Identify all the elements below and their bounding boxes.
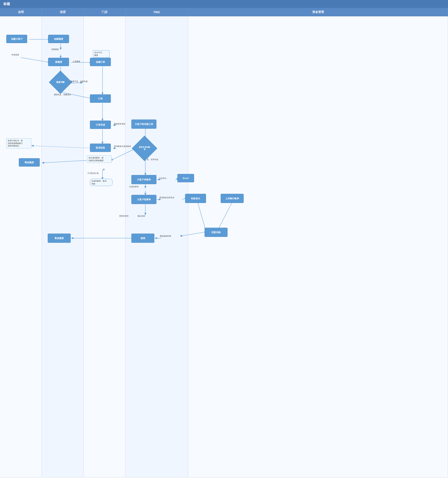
columns-header: 合同 信贷 门店 FMS 资金管理	[0, 8, 448, 16]
col-header-hetong: 合同	[0, 8, 42, 16]
lane-hetong	[0, 16, 42, 477]
lane-xindai	[42, 16, 84, 477]
col-header-xindai: 信贷	[42, 8, 84, 16]
col-header-mendian: 门店	[84, 8, 125, 16]
title-bar: 标题	[0, 0, 448, 8]
diagram-area: 创建大客户 创建额度 变更额度 申请变更 新额度 创建订单	[0, 16, 448, 477]
col-header-zijin: 资金管理	[188, 8, 448, 16]
page-title: 标题	[3, 2, 10, 6]
lane-fms	[125, 16, 188, 477]
lane-zijin	[188, 16, 448, 477]
col-header-fms: FMS	[125, 8, 188, 16]
lane-mendian	[84, 16, 125, 477]
page: 标题 合同 信贷 门店 FMS 资金管理	[0, 0, 448, 478]
